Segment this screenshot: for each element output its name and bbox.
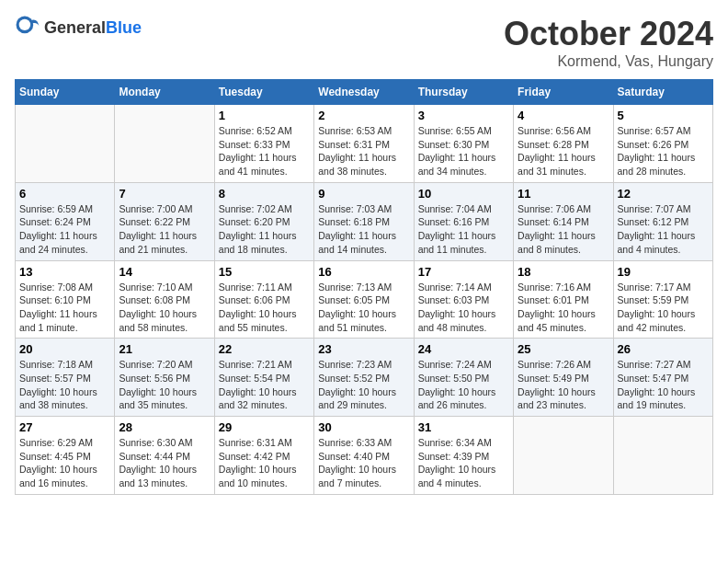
calendar-cell: 4Sunrise: 6:56 AM Sunset: 6:28 PM Daylig… (514, 105, 613, 183)
calendar-cell: 10Sunrise: 7:04 AM Sunset: 6:16 PM Dayli… (414, 182, 513, 260)
calendar-cell: 5Sunrise: 6:57 AM Sunset: 6:26 PM Daylig… (613, 105, 712, 183)
calendar-cell: 25Sunrise: 7:26 AM Sunset: 5:49 PM Dayli… (514, 339, 613, 417)
day-number: 17 (418, 265, 509, 279)
calendar-cell: 8Sunrise: 7:02 AM Sunset: 6:20 PM Daylig… (214, 182, 313, 260)
calendar-cell: 30Sunrise: 6:33 AM Sunset: 4:40 PM Dayli… (314, 417, 414, 495)
calendar-body: 1Sunrise: 6:52 AM Sunset: 6:33 PM Daylig… (16, 105, 713, 495)
calendar-cell: 17Sunrise: 7:14 AM Sunset: 6:03 PM Dayli… (414, 260, 513, 339)
day-info: Sunrise: 6:59 AM Sunset: 6:24 PM Dayligh… (19, 202, 110, 257)
day-number: 19 (618, 265, 709, 279)
day-info: Sunrise: 6:52 AM Sunset: 6:33 PM Dayligh… (219, 124, 310, 178)
day-number: 4 (518, 109, 609, 122)
day-info: Sunrise: 7:11 AM Sunset: 6:06 PM Dayligh… (219, 281, 310, 335)
day-info: Sunrise: 7:03 AM Sunset: 6:18 PM Dayligh… (318, 202, 409, 257)
day-info: Sunrise: 7:21 AM Sunset: 5:54 PM Dayligh… (219, 358, 310, 412)
logo-general-text: General (44, 18, 106, 38)
day-number: 8 (219, 187, 310, 201)
calendar-cell: 24Sunrise: 7:24 AM Sunset: 5:50 PM Dayli… (414, 339, 513, 417)
calendar-cell: 29Sunrise: 6:31 AM Sunset: 4:42 PM Dayli… (214, 417, 313, 495)
day-number: 6 (19, 187, 110, 201)
day-number: 1 (219, 109, 310, 122)
day-number: 15 (219, 265, 310, 279)
calendar-cell: 21Sunrise: 7:20 AM Sunset: 5:56 PM Dayli… (115, 339, 214, 417)
day-info: Sunrise: 7:00 AM Sunset: 6:22 PM Dayligh… (119, 202, 210, 257)
day-info: Sunrise: 7:27 AM Sunset: 5:47 PM Dayligh… (618, 358, 709, 412)
calendar-cell: 22Sunrise: 7:21 AM Sunset: 5:54 PM Dayli… (214, 339, 313, 417)
calendar-cell: 14Sunrise: 7:10 AM Sunset: 6:08 PM Dayli… (115, 260, 214, 339)
calendar-cell: 9Sunrise: 7:03 AM Sunset: 6:18 PM Daylig… (314, 182, 414, 260)
day-number: 12 (618, 187, 709, 201)
day-info: Sunrise: 6:34 AM Sunset: 4:39 PM Dayligh… (418, 436, 509, 490)
day-number: 10 (418, 187, 509, 201)
day-number: 23 (318, 342, 409, 356)
day-number: 29 (219, 420, 310, 434)
day-info: Sunrise: 7:18 AM Sunset: 5:57 PM Dayligh… (19, 358, 110, 412)
page-header: General Blue October 2024 Kormend, Vas, … (15, 15, 713, 70)
month-title: October 2024 (504, 15, 713, 53)
weekday-header-monday: Monday (115, 80, 214, 105)
calendar-cell: 28Sunrise: 6:30 AM Sunset: 4:44 PM Dayli… (115, 417, 214, 495)
calendar-cell: 12Sunrise: 7:07 AM Sunset: 6:12 PM Dayli… (613, 182, 712, 260)
day-number: 28 (119, 420, 210, 434)
calendar-cell: 2Sunrise: 6:53 AM Sunset: 6:31 PM Daylig… (314, 105, 414, 183)
day-number: 11 (518, 187, 609, 201)
day-info: Sunrise: 7:10 AM Sunset: 6:08 PM Dayligh… (119, 281, 210, 335)
calendar-cell: 20Sunrise: 7:18 AM Sunset: 5:57 PM Dayli… (16, 339, 115, 417)
calendar-cell: 23Sunrise: 7:23 AM Sunset: 5:52 PM Dayli… (314, 339, 414, 417)
logo-icon (15, 15, 40, 40)
weekday-header-sunday: Sunday (16, 80, 115, 105)
day-info: Sunrise: 7:16 AM Sunset: 6:01 PM Dayligh… (518, 281, 609, 335)
calendar-cell (613, 417, 712, 495)
day-info: Sunrise: 7:20 AM Sunset: 5:56 PM Dayligh… (119, 358, 210, 412)
day-number: 24 (418, 342, 509, 356)
day-info: Sunrise: 7:07 AM Sunset: 6:12 PM Dayligh… (618, 202, 709, 257)
day-info: Sunrise: 6:30 AM Sunset: 4:44 PM Dayligh… (119, 436, 210, 490)
day-info: Sunrise: 7:04 AM Sunset: 6:16 PM Dayligh… (418, 202, 509, 257)
day-info: Sunrise: 7:17 AM Sunset: 5:59 PM Dayligh… (618, 281, 709, 335)
calendar-cell: 16Sunrise: 7:13 AM Sunset: 6:05 PM Dayli… (314, 260, 414, 339)
svg-point-1 (19, 19, 30, 30)
calendar-cell: 11Sunrise: 7:06 AM Sunset: 6:14 PM Dayli… (514, 182, 613, 260)
location-title: Kormend, Vas, Hungary (504, 53, 713, 70)
day-number: 14 (119, 265, 210, 279)
logo: General Blue (15, 15, 142, 40)
calendar-table: SundayMondayTuesdayWednesdayThursdayFrid… (15, 79, 713, 495)
calendar-header-row: SundayMondayTuesdayWednesdayThursdayFrid… (16, 80, 713, 105)
day-info: Sunrise: 7:06 AM Sunset: 6:14 PM Dayligh… (518, 202, 609, 257)
weekday-header-saturday: Saturday (613, 80, 712, 105)
day-info: Sunrise: 6:29 AM Sunset: 4:45 PM Dayligh… (19, 436, 110, 490)
weekday-header-wednesday: Wednesday (314, 80, 414, 105)
day-info: Sunrise: 7:24 AM Sunset: 5:50 PM Dayligh… (418, 358, 509, 412)
calendar-cell: 7Sunrise: 7:00 AM Sunset: 6:22 PM Daylig… (115, 182, 214, 260)
title-block: October 2024 Kormend, Vas, Hungary (504, 15, 713, 70)
day-number: 27 (19, 420, 110, 434)
day-info: Sunrise: 6:55 AM Sunset: 6:30 PM Dayligh… (418, 124, 509, 178)
day-number: 22 (219, 342, 310, 356)
day-info: Sunrise: 6:53 AM Sunset: 6:31 PM Dayligh… (318, 124, 409, 178)
logo-blue-text: Blue (106, 18, 142, 38)
day-number: 5 (618, 109, 709, 122)
day-number: 9 (318, 187, 409, 201)
day-number: 16 (318, 265, 409, 279)
calendar-cell: 31Sunrise: 6:34 AM Sunset: 4:39 PM Dayli… (414, 417, 513, 495)
calendar-cell: 3Sunrise: 6:55 AM Sunset: 6:30 PM Daylig… (414, 105, 513, 183)
day-info: Sunrise: 7:02 AM Sunset: 6:20 PM Dayligh… (219, 202, 310, 257)
calendar-cell: 13Sunrise: 7:08 AM Sunset: 6:10 PM Dayli… (16, 260, 115, 339)
day-info: Sunrise: 6:31 AM Sunset: 4:42 PM Dayligh… (219, 436, 310, 490)
day-number: 31 (418, 420, 509, 434)
weekday-header-friday: Friday (514, 80, 613, 105)
day-number: 30 (318, 420, 409, 434)
day-number: 18 (518, 265, 609, 279)
day-info: Sunrise: 7:26 AM Sunset: 5:49 PM Dayligh… (518, 358, 609, 412)
day-number: 26 (618, 342, 709, 356)
calendar-cell (16, 105, 115, 183)
weekday-header-tuesday: Tuesday (214, 80, 313, 105)
calendar-cell: 26Sunrise: 7:27 AM Sunset: 5:47 PM Dayli… (613, 339, 712, 417)
day-info: Sunrise: 6:33 AM Sunset: 4:40 PM Dayligh… (318, 436, 409, 490)
day-info: Sunrise: 6:56 AM Sunset: 6:28 PM Dayligh… (518, 124, 609, 178)
day-info: Sunrise: 7:08 AM Sunset: 6:10 PM Dayligh… (19, 281, 110, 335)
day-number: 3 (418, 109, 509, 122)
day-number: 21 (119, 342, 210, 356)
day-info: Sunrise: 7:23 AM Sunset: 5:52 PM Dayligh… (318, 358, 409, 412)
calendar-cell (514, 417, 613, 495)
